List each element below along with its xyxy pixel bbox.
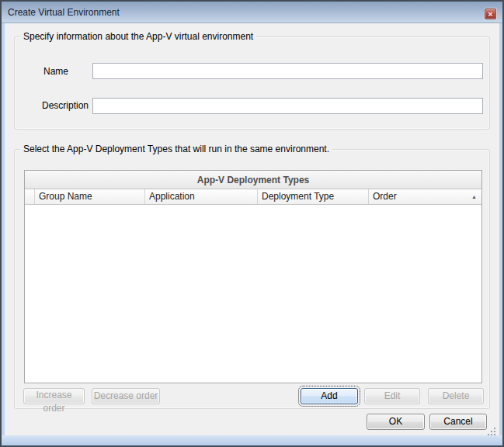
cancel-button[interactable]: Cancel xyxy=(429,414,487,430)
column-header-order[interactable]: Order ▲ xyxy=(369,189,481,204)
ok-button[interactable]: OK xyxy=(367,414,425,430)
window-title: Create Virtual Environment xyxy=(8,2,120,23)
deployment-groupbox-legend: Select the App-V Deployment Types that w… xyxy=(20,144,332,154)
window-frame-left xyxy=(2,23,5,445)
description-label: Description xyxy=(42,100,89,111)
column-header-application[interactable]: Application xyxy=(145,189,258,204)
table-title: App-V Deployment Types xyxy=(25,171,481,189)
title-bar[interactable]: Create Virtual Environment × xyxy=(2,2,502,23)
edit-button[interactable]: Edit xyxy=(364,388,420,404)
column-header-order-label: Order xyxy=(373,189,397,204)
info-groupbox: Specify information about the App-V virt… xyxy=(14,36,490,130)
description-input[interactable] xyxy=(92,98,483,114)
table-body[interactable] xyxy=(25,205,481,383)
create-virtual-environment-dialog: Create Virtual Environment × Specify inf… xyxy=(0,0,504,447)
info-groupbox-legend: Specify information about the App-V virt… xyxy=(20,31,256,42)
increase-order-button[interactable]: Increase order xyxy=(23,388,85,404)
column-header-group-name[interactable]: Group Name xyxy=(35,189,145,204)
delete-button[interactable]: Delete xyxy=(428,388,484,404)
window-frame-right xyxy=(499,23,502,445)
column-header-selector[interactable] xyxy=(25,189,35,204)
window-frame-bottom xyxy=(2,435,502,445)
name-label: Name xyxy=(43,66,68,77)
deployment-types-table: App-V Deployment Types Group Name Applic… xyxy=(24,170,482,383)
decrease-order-button[interactable]: Decrease order xyxy=(92,388,160,404)
column-header-deployment-type[interactable]: Deployment Type xyxy=(258,189,369,204)
close-icon: × xyxy=(488,9,492,19)
add-button[interactable]: Add xyxy=(301,388,358,404)
sort-ascending-icon: ▲ xyxy=(471,194,477,199)
table-column-headers: Group Name Application Deployment Type O… xyxy=(25,189,481,205)
name-input[interactable] xyxy=(92,63,483,79)
close-button[interactable]: × xyxy=(485,9,496,19)
deployment-groupbox: Select the App-V Deployment Types that w… xyxy=(14,149,490,409)
